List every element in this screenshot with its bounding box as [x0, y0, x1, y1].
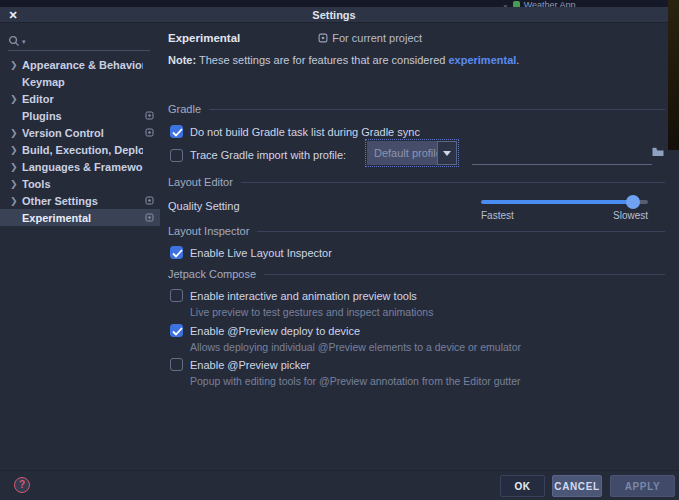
check-icon [172, 327, 183, 336]
chevron-down-icon [443, 151, 451, 156]
checkbox-preview-picker[interactable] [170, 358, 183, 371]
chevron-right-icon: ❯ [10, 179, 22, 189]
sidebar-item-build-execution-deployment[interactable]: ❯ Build, Execution, Deployment [0, 141, 160, 158]
settings-sidebar: ▾ ❯ Appearance & Behavior Keymap ❯ Edito… [0, 23, 160, 470]
checkbox-row-preview-picker: Enable @Preview picker [170, 358, 310, 371]
folder-browse-icon[interactable] [652, 147, 664, 157]
section-title: Layout Inspector [168, 225, 249, 237]
sidebar-item-plugins[interactable]: Plugins [0, 107, 160, 124]
dropdown-arrow-button[interactable] [437, 141, 457, 165]
scope-indicator: For current project [318, 32, 422, 44]
project-settings-icon [143, 111, 154, 120]
apply-button[interactable]: APPLY [610, 475, 675, 497]
chevron-right-icon: ❯ [10, 94, 22, 104]
checkbox-label: Enable @Preview picker [190, 359, 310, 371]
background-project-item: ⌄ Weather App [502, 0, 576, 7]
section-title: Jetpack Compose [168, 268, 256, 280]
profile-output-field[interactable] [472, 164, 652, 165]
section-jetpack-compose: Jetpack Compose [168, 268, 665, 280]
project-settings-icon [143, 128, 154, 137]
chevron-right-icon: ❯ [10, 60, 22, 70]
section-title: Gradle [168, 103, 201, 115]
chevron-right-icon: ❯ [10, 162, 22, 172]
sidebar-item-languages-frameworks[interactable]: ❯ Languages & Frameworks [0, 158, 160, 175]
background-window-strip: ⌄ Weather App [0, 0, 679, 7]
project-settings-icon [318, 33, 328, 43]
scope-label: For current project [332, 32, 422, 44]
checkbox-label: Do not build Gradle task list during Gra… [190, 126, 420, 138]
checkbox-label: Enable interactive and animation preview… [190, 290, 417, 302]
checkbox-preview-deploy[interactable] [170, 324, 183, 337]
checkbox-label: Trace Gradle import with profile: [190, 149, 346, 161]
sidebar-item-appearance-behavior[interactable]: ❯ Appearance & Behavior [0, 56, 160, 73]
quality-setting-label: Quality Setting [168, 200, 240, 212]
experimental-link[interactable]: experimental [448, 54, 516, 66]
chevron-right-icon: ❯ [10, 128, 22, 138]
checkbox-row-preview-deploy: Enable @Preview deploy to device [170, 324, 360, 337]
slider-min-label: Fastest [481, 210, 514, 221]
checkbox-description: Live preview to test gestures and inspec… [170, 306, 433, 318]
project-settings-icon [143, 213, 154, 222]
checkbox-trace-gradle[interactable] [170, 149, 183, 162]
section-layout-editor: Layout Editor [168, 176, 665, 188]
section-title: Layout Editor [168, 176, 233, 188]
search-options-caret-icon: ▾ [22, 38, 26, 46]
cancel-button[interactable]: CANCEL [552, 475, 602, 497]
checkbox-row-live-layout-inspector: Enable Live Layout Inspector [170, 246, 332, 259]
slider-max-label: Slowest [613, 210, 648, 221]
checkbox-live-layout-inspector[interactable] [170, 246, 183, 259]
background-project-label: Weather App [524, 0, 576, 7]
check-icon [172, 249, 183, 258]
checkbox-label: Enable Live Layout Inspector [190, 247, 332, 259]
checkbox-description: Popup with editing tools for @Preview an… [170, 375, 521, 387]
checkbox-interactive-preview[interactable] [170, 289, 183, 302]
dialog-title: Settings [0, 9, 668, 21]
checkbox-row-gradle-task-list: Do not build Gradle task list during Gra… [170, 125, 420, 138]
desktop-edge-strip [668, 0, 679, 150]
help-icon[interactable]: ? [14, 477, 30, 493]
project-settings-icon [143, 196, 154, 205]
sidebar-item-keymap[interactable]: Keymap [0, 73, 160, 90]
section-layout-inspector: Layout Inspector [168, 225, 665, 237]
sidebar-item-other-settings[interactable]: ❯ Other Settings [0, 192, 160, 209]
page-title: Experimental [168, 32, 240, 44]
check-icon [172, 128, 183, 137]
checkbox-description: Allows deploying individual @Preview ele… [170, 341, 521, 353]
checkbox-row-interactive-preview: Enable interactive and animation preview… [170, 289, 417, 302]
sidebar-item-version-control[interactable]: ❯ Version Control [0, 124, 160, 141]
settings-tree: ❯ Appearance & Behavior Keymap ❯ Editor … [0, 56, 160, 226]
note-text: Note: These settings are for features th… [168, 54, 519, 66]
chevron-right-icon: ❯ [10, 196, 22, 206]
search-icon [8, 35, 20, 47]
dialog-titlebar: ✕ Settings [0, 7, 668, 23]
chevron-right-icon: ❯ [10, 145, 22, 155]
quality-setting-row: Quality Setting Fastest Slowest [168, 194, 665, 222]
profile-dropdown-value: Default profile [367, 147, 437, 159]
chevron-down-icon: ⌄ [502, 0, 509, 7]
dialog-footer: ? OK CANCEL APPLY [0, 470, 679, 500]
settings-search-input[interactable]: ▾ [8, 31, 150, 51]
sidebar-item-experimental[interactable]: Experimental [0, 209, 160, 226]
checkbox-row-trace-gradle: Trace Gradle import with profile: Defaul… [170, 148, 346, 162]
sidebar-item-editor[interactable]: ❯ Editor [0, 90, 160, 107]
settings-dialog: ✕ Settings ▾ ❯ Appearance & Behavior Key… [0, 7, 679, 500]
checkbox-label: Enable @Preview deploy to device [190, 325, 360, 337]
quality-slider-track[interactable] [481, 195, 648, 209]
checkbox-gradle-task-list[interactable] [170, 125, 183, 138]
settings-content: Experimental For current project Note: T… [168, 23, 665, 470]
slider-knob[interactable] [626, 195, 640, 209]
quality-slider: Fastest Slowest [481, 195, 648, 221]
sidebar-item-tools[interactable]: ❯ Tools [0, 175, 160, 192]
ok-button[interactable]: OK [500, 475, 545, 497]
profile-dropdown[interactable]: Default profile [367, 141, 457, 165]
section-gradle: Gradle [168, 103, 665, 115]
page-header: Experimental For current project [168, 32, 422, 44]
